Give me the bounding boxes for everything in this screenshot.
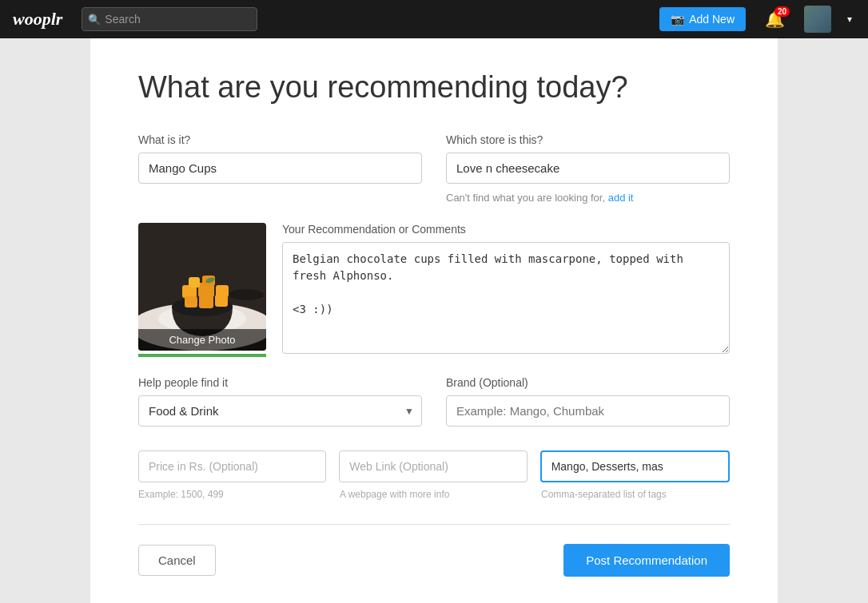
recommendation-label: Your Recommendation or Comments	[282, 223, 730, 236]
svg-rect-9	[199, 296, 213, 308]
what-is-it-group: What is it?	[138, 133, 422, 204]
photo-comment-row: Change Photo Your Recommendation or Comm…	[138, 223, 730, 357]
add-it-link[interactable]: add it	[608, 192, 634, 204]
category-select[interactable]: Food & Drink Fashion Electronics Books H…	[138, 395, 422, 426]
add-new-button[interactable]: 📷 Add New	[659, 7, 746, 31]
avatar-image	[804, 6, 831, 33]
price-input[interactable]	[138, 450, 326, 482]
bottom-fields-row	[138, 450, 730, 482]
comment-section: Your Recommendation or Comments Belgian …	[282, 223, 730, 354]
category-select-wrapper: Food & Drink Fashion Electronics Books H…	[138, 395, 422, 426]
brand-label: Brand (Optional)	[446, 376, 730, 389]
store-helper: Can't find what you are looking for, add…	[446, 192, 730, 204]
change-photo-label: Change Photo	[169, 334, 235, 346]
header: wooplr 🔍 📷 Add New 🔔 20 ▾	[0, 0, 868, 38]
notification-badge: 20	[774, 6, 790, 17]
weblink-input[interactable]	[339, 450, 527, 482]
tags-input[interactable]	[540, 450, 730, 482]
main-content: What are you recommending today? What is…	[90, 38, 778, 603]
which-store-label: Which store is this?	[446, 133, 730, 146]
weblink-hint: A webpage with more info	[340, 489, 528, 500]
search-input[interactable]	[82, 7, 257, 31]
svg-point-14	[229, 289, 264, 300]
svg-rect-11	[189, 277, 200, 288]
tags-hint: Comma-separated list of tags	[541, 489, 730, 500]
category-brand-row: Help people find it Food & Drink Fashion…	[138, 376, 730, 426]
recommendation-textarea[interactable]: Belgian chocolate cups filled with masca…	[282, 242, 730, 354]
photo-section: Change Photo	[138, 223, 266, 357]
which-store-input[interactable]	[446, 153, 730, 184]
page-title: What are you recommending today?	[138, 70, 730, 105]
svg-rect-8	[185, 296, 197, 307]
what-is-it-label: What is it?	[138, 133, 422, 146]
action-row: Cancel Post Recommendation	[138, 544, 730, 577]
which-store-group: Which store is this? Can't find what you…	[446, 133, 730, 204]
camera-icon: 📷	[671, 13, 684, 26]
price-hint: Example: 1500, 499	[138, 489, 327, 500]
what-is-it-input[interactable]	[138, 153, 422, 184]
avatar[interactable]	[804, 6, 831, 33]
change-photo-overlay[interactable]: Change Photo	[138, 329, 266, 351]
post-recommendation-button[interactable]: Post Recommendation	[563, 544, 730, 577]
svg-rect-10	[215, 295, 228, 307]
divider	[138, 524, 730, 525]
logo: wooplr	[13, 9, 62, 30]
top-fields-row: What is it? Which store is this? Can't f…	[138, 133, 730, 204]
chevron-down-icon[interactable]: ▾	[844, 14, 855, 25]
brand-group: Brand (Optional)	[446, 376, 730, 426]
category-group: Help people find it Food & Drink Fashion…	[138, 376, 422, 426]
bottom-hints: Example: 1500, 499 A webpage with more i…	[138, 489, 730, 500]
photo-wrapper[interactable]: Change Photo	[138, 223, 266, 351]
search-icon: 🔍	[88, 14, 101, 26]
notification-button[interactable]: 🔔 20	[759, 6, 791, 32]
search-container: 🔍	[82, 7, 257, 31]
help-find-label: Help people find it	[138, 376, 422, 389]
cancel-button[interactable]: Cancel	[138, 545, 216, 576]
brand-input[interactable]	[446, 395, 730, 426]
add-new-label: Add New	[689, 13, 735, 26]
photo-progress-bar	[138, 354, 266, 357]
